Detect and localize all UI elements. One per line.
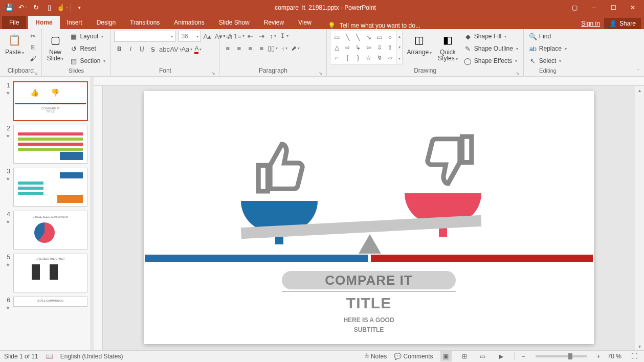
align-right-icon[interactable]: ≡	[245, 43, 255, 53]
gallery-down-icon[interactable]: ▾	[396, 42, 402, 53]
ribbon-display-options-icon[interactable]: ▢	[565, 1, 584, 15]
text-direction-icon[interactable]: ↧▾	[279, 31, 289, 41]
bullets-icon[interactable]: •≡▾	[223, 31, 233, 41]
thumbnail-1[interactable]: 1★ 👍 👎 COMPARE ITTITLE	[0, 80, 91, 123]
quick-styles-button[interactable]: ◧ Quick Styles▾	[436, 31, 460, 63]
tab-insert[interactable]: Insert	[60, 16, 90, 29]
underline-icon[interactable]: U	[137, 44, 147, 54]
shapes-gallery[interactable]: ▭╲╲↘▭○ △⇨↳⇦⇩⇧ ⌐{}☆↯▱	[330, 31, 396, 64]
thumbnail-3[interactable]: 3★	[0, 166, 91, 209]
slide-thumbnail-panel[interactable]: 1★ 👍 👎 COMPARE ITTITLE 2★ 3★	[0, 77, 91, 350]
tab-transitions[interactable]: Transitions	[123, 16, 167, 29]
zoom-thumb[interactable]	[568, 353, 572, 359]
tell-me-search[interactable]: 💡 Tell me what you want to do...	[328, 22, 420, 29]
redo-icon[interactable]: ↻	[30, 2, 42, 14]
bold-icon[interactable]: B	[114, 44, 124, 54]
numbering-icon[interactable]: 1≡▾	[234, 31, 244, 41]
tab-slideshow[interactable]: Slide Show	[212, 16, 257, 29]
reading-view-icon[interactable]: ▭	[477, 351, 488, 361]
slide[interactable]: COMPARE IT TITLE HERE IS A GOODSUBTITLE	[144, 91, 594, 344]
font-family-combo[interactable]: ▾	[114, 31, 175, 42]
align-left-icon[interactable]: ≡	[223, 43, 233, 53]
maximize-icon[interactable]: ☐	[604, 1, 623, 15]
share-button[interactable]: 👤 Share	[604, 18, 641, 29]
qat-customize-icon[interactable]: ▾	[73, 2, 85, 14]
scroll-down-icon[interactable]: ▾	[635, 342, 644, 350]
thumbnail-5[interactable]: 5★ 1 VERSUS THE OTHER	[0, 252, 91, 295]
vertical-scrollbar[interactable]: ▴ ▾	[635, 86, 644, 350]
shape-fill-button[interactable]: ◆Shape Fill▾	[462, 31, 520, 42]
font-launcher-icon[interactable]: ↘	[211, 70, 216, 75]
cut-icon[interactable]: ✂	[28, 31, 38, 41]
reset-button[interactable]: ↺Reset	[68, 43, 107, 54]
notes-button[interactable]: ≟ Notes	[364, 353, 387, 360]
drawing-launcher-icon[interactable]: ↘	[515, 70, 520, 75]
zoom-slider[interactable]	[536, 355, 587, 357]
format-painter-icon[interactable]: 🖌	[28, 53, 38, 63]
touch-mode-icon[interactable]: ☝▾	[56, 2, 69, 14]
select-button[interactable]: ↖Select▾	[527, 55, 569, 66]
italic-icon[interactable]: I	[125, 44, 136, 54]
justify-icon[interactable]: ≡	[256, 43, 267, 53]
start-from-beginning-icon[interactable]: ▯	[43, 2, 55, 14]
tab-file[interactable]: File	[2, 16, 26, 29]
align-text-icon[interactable]: ⫞▾	[279, 43, 289, 53]
scroll-up-icon[interactable]: ▴	[635, 86, 644, 94]
shape-effects-button[interactable]: ◯Shape Effects▾	[462, 55, 520, 66]
gallery-up-icon[interactable]: ▴	[396, 31, 402, 42]
language-indicator[interactable]: English (United States)	[60, 353, 123, 360]
paragraph-launcher-icon[interactable]: ↘	[318, 70, 323, 75]
char-spacing-icon[interactable]: AV▾	[170, 44, 181, 54]
gallery-more-icon[interactable]: ▾	[396, 53, 402, 64]
slide-indicator[interactable]: Slide 1 of 11	[4, 353, 38, 360]
tab-view[interactable]: View	[291, 16, 319, 29]
shape-outline-button[interactable]: ✎Shape Outline▾	[462, 43, 520, 54]
tab-animations[interactable]: Animations	[167, 16, 211, 29]
slide-title[interactable]: TITLE	[144, 295, 594, 312]
text-shadow-icon[interactable]: abc	[159, 44, 169, 54]
arrange-button[interactable]: ◫ Arrange▾	[405, 31, 434, 57]
slide-sorter-view-icon[interactable]: ⊞	[459, 351, 470, 361]
font-color-icon[interactable]: A▾	[193, 44, 203, 54]
thumbnail-2[interactable]: 2★	[0, 123, 91, 166]
scroll-track[interactable]	[635, 94, 644, 342]
zoom-level[interactable]: 70 %	[608, 353, 621, 360]
font-size-combo[interactable]: 36▾	[179, 31, 201, 42]
clipboard-launcher-icon[interactable]: ↘	[33, 70, 38, 75]
layout-button[interactable]: ▦Layout▾	[68, 31, 107, 42]
sign-in-link[interactable]: Sign in	[581, 20, 600, 27]
change-case-icon[interactable]: Aa▾	[182, 44, 192, 54]
replace-button[interactable]: abReplace▾	[527, 43, 569, 54]
collapse-ribbon-icon[interactable]: ˆ	[635, 68, 642, 75]
find-button[interactable]: 🔍Find	[527, 31, 569, 42]
normal-view-icon[interactable]: ▣	[440, 351, 452, 361]
tab-review[interactable]: Review	[257, 16, 291, 29]
increase-indent-icon[interactable]: ⇥	[256, 31, 267, 41]
zoom-out-icon[interactable]: −	[522, 353, 525, 360]
slide-subtitle[interactable]: HERE IS A GOODSUBTITLE	[144, 315, 594, 334]
paste-button[interactable]: 📋 Paste▾	[3, 31, 26, 57]
fit-to-window-icon[interactable]: ⛶	[629, 351, 640, 361]
line-spacing-icon[interactable]: ↕▾	[268, 31, 278, 41]
close-icon[interactable]: ✕	[624, 1, 642, 15]
smartart-icon[interactable]: ⬈▾	[290, 43, 300, 53]
tab-home[interactable]: Home	[28, 16, 59, 29]
copy-icon[interactable]: ⎘	[28, 42, 38, 52]
zoom-in-icon[interactable]: +	[597, 353, 601, 360]
increase-font-icon[interactable]: A▴	[202, 31, 212, 41]
spell-check-icon[interactable]: 📖	[46, 353, 53, 360]
tab-design[interactable]: Design	[90, 16, 123, 29]
slideshow-view-icon[interactable]: ▶	[496, 351, 507, 361]
thumbnail-4[interactable]: 4★ CIRCLE SLICE COMPARISON	[0, 209, 91, 252]
comments-button[interactable]: 💬 Comments	[394, 353, 433, 360]
slide-canvas[interactable]: COMPARE IT TITLE HERE IS A GOODSUBTITLE	[103, 86, 635, 350]
section-button[interactable]: ▤Section▾	[68, 55, 107, 66]
thumbnail-6[interactable]: 6★ STATS COMPARISON	[0, 295, 91, 312]
new-slide-button[interactable]: ▢ New Slide▾	[45, 31, 66, 63]
decrease-indent-icon[interactable]: ⇤	[245, 31, 255, 41]
align-center-icon[interactable]: ≡	[234, 43, 244, 53]
minimize-icon[interactable]: ─	[585, 1, 603, 15]
undo-icon[interactable]: ↶▾	[16, 2, 29, 14]
strikethrough-icon[interactable]: S̶	[148, 44, 158, 54]
save-icon[interactable]: 💾	[3, 2, 15, 14]
